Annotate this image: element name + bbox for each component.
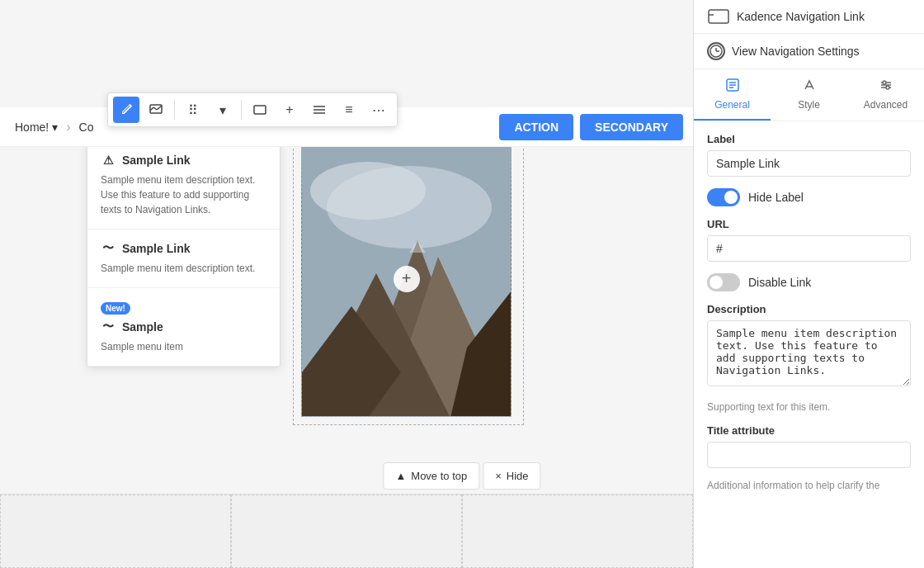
menu-item-1[interactable]: ⚠ Sample Link Sample menu item descripti… xyxy=(87,141,280,230)
tab-advanced[interactable]: Advanced xyxy=(847,69,924,121)
svg-point-7 xyxy=(310,162,426,220)
hide-label-toggle-row: Hide Label xyxy=(707,188,911,206)
secondary-button[interactable]: SECONDARY xyxy=(580,114,683,140)
align-button[interactable] xyxy=(306,97,332,123)
svg-line-2 xyxy=(153,107,157,110)
menu-item-2[interactable]: 〜 Sample Link Sample menu item descripti… xyxy=(87,230,280,288)
move-to-top-button[interactable]: ▲ Move to top xyxy=(383,462,479,490)
warning-icon: ⚠ xyxy=(101,153,116,168)
hide-icon: × xyxy=(495,470,502,482)
image-button[interactable] xyxy=(143,97,169,123)
image-area: + xyxy=(301,140,512,417)
bottom-cell-3 xyxy=(462,495,693,568)
wave-icon: 〜 xyxy=(101,241,116,256)
nav-actions: ACTION SECONDARY xyxy=(499,114,683,140)
view-settings-row[interactable]: View Navigation Settings xyxy=(694,34,924,69)
move-to-top-icon: ▲ xyxy=(395,470,406,482)
advanced-tab-icon xyxy=(879,78,893,96)
panel-tabs: General Style Advanced xyxy=(694,69,924,121)
label-field-label: Label xyxy=(707,133,911,145)
plus-button[interactable]: + xyxy=(276,97,303,123)
bottom-content xyxy=(0,494,693,568)
tab-general[interactable]: General xyxy=(694,69,771,121)
title-attribute-group: Title attribute xyxy=(707,424,911,468)
bottom-grid xyxy=(0,495,693,568)
divider-2 xyxy=(241,100,242,120)
panel-body: Label Hide Label URL Disable Link Descri… xyxy=(694,121,924,503)
style-tab-icon xyxy=(802,78,817,96)
right-panel: Kadence Navigation Link View Navigation … xyxy=(693,0,924,568)
bottom-toolbar: ▲ Move to top × Hide xyxy=(383,462,540,490)
hide-label-toggle[interactable] xyxy=(707,188,740,206)
divider-1 xyxy=(174,100,175,120)
url-field-label: URL xyxy=(707,218,911,230)
general-tab-icon xyxy=(725,78,740,96)
svg-point-26 xyxy=(883,81,886,84)
menu-button[interactable]: ≡ xyxy=(336,97,362,123)
url-field-group: URL xyxy=(707,218,911,262)
picture-button[interactable] xyxy=(247,97,273,123)
description-textarea[interactable]: Sample menu item description text. Use t… xyxy=(707,320,911,386)
tab-style[interactable]: Style xyxy=(771,69,847,121)
svg-rect-14 xyxy=(709,10,728,23)
menu-item-3[interactable]: New! 〜 Sample Sample menu item xyxy=(87,288,280,367)
disable-link-toggle[interactable] xyxy=(707,273,740,291)
plugin-row: Kadence Navigation Link xyxy=(694,0,924,34)
bottom-cell-1 xyxy=(0,495,231,568)
pencil-button[interactable] xyxy=(113,97,139,123)
plugin-icon xyxy=(707,8,730,25)
image-add-button[interactable]: + xyxy=(394,266,420,292)
nav-home[interactable]: Home! ▾ xyxy=(10,117,63,137)
menu-panel: ⚠ Sample Link Sample menu item descripti… xyxy=(87,140,280,367)
title-attribute-helper: Additional information to help clarify t… xyxy=(707,480,911,491)
activity-icon: 〜 xyxy=(101,320,116,334)
dots-menu-button[interactable]: ⋯ xyxy=(365,97,392,123)
svg-line-3 xyxy=(157,106,162,110)
bottom-cell-2 xyxy=(231,495,462,568)
chevron-down-button[interactable]: ▾ xyxy=(210,97,236,123)
toolbar: ⠿ ▾ + ≡ ⋯ xyxy=(107,92,398,127)
settings-icon xyxy=(707,42,725,60)
url-input[interactable] xyxy=(707,235,911,262)
hide-button[interactable]: × Hide xyxy=(483,462,540,490)
label-input[interactable] xyxy=(707,150,911,177)
supporting-text: Supporting text for this item. xyxy=(707,401,911,413)
svg-rect-4 xyxy=(254,106,266,114)
toggle-knob xyxy=(724,191,738,204)
description-field-label: Description xyxy=(707,303,911,315)
nav-co[interactable]: Co xyxy=(74,117,99,137)
description-field-group: Description Sample menu item description… xyxy=(707,303,911,390)
disable-link-knob xyxy=(710,276,723,289)
drag-handle[interactable]: ⠿ xyxy=(180,97,206,123)
title-attribute-label: Title attribute xyxy=(707,424,911,437)
action-button[interactable]: ACTION xyxy=(499,114,573,140)
label-field-group: Label xyxy=(707,133,911,177)
disable-link-toggle-row: Disable Link xyxy=(707,273,911,291)
title-attribute-input[interactable] xyxy=(707,442,911,468)
svg-point-27 xyxy=(886,86,889,89)
